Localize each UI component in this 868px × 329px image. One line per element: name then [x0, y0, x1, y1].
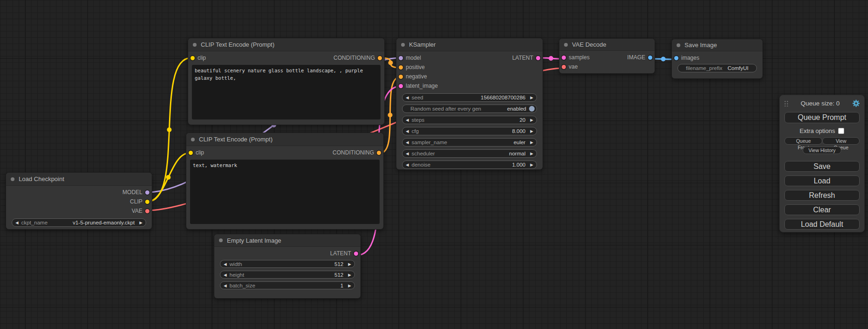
stepper-right-arrow-icon[interactable]: ▶	[348, 262, 351, 266]
view-queue-button[interactable]: View Queue	[822, 137, 860, 145]
node-collapse-dot-icon[interactable]	[193, 43, 197, 47]
node-title-bar[interactable]: Load Checkpoint	[6, 173, 152, 186]
slot-row: VAE	[6, 206, 152, 216]
denoise-number-widget[interactable]: ◀ denoise 1.000 ▶	[402, 161, 537, 169]
node-collapse-dot-icon[interactable]	[564, 43, 568, 47]
node-graph-canvas[interactable]: Load Checkpoint MODEL CLIP VAE ◀ ckpt_na…	[0, 0, 868, 329]
load-button[interactable]: Load	[784, 175, 860, 186]
node-collapse-dot-icon[interactable]	[219, 238, 223, 242]
refresh-button[interactable]: Refresh	[784, 190, 860, 201]
input-slot-negative[interactable]	[399, 75, 403, 79]
ckpt-name-combo[interactable]: ◀ ckpt_name v1-5-pruned-emaonly.ckpt ▶	[12, 218, 146, 227]
link-midpoint-dot[interactable]	[388, 61, 393, 65]
view-history-button[interactable]: View History	[803, 147, 841, 154]
load-default-button[interactable]: Load Default	[784, 219, 860, 230]
link-midpoint-dot[interactable]	[166, 175, 171, 180]
input-slot-model[interactable]	[399, 56, 403, 60]
random-seed-toggle-widget[interactable]: Random seed after every gen enabled	[402, 105, 537, 113]
output-slot-conditioning[interactable]	[377, 151, 381, 155]
node-title: Load Checkpoint	[19, 175, 64, 182]
output-slot-image[interactable]	[648, 56, 652, 60]
node-title-bar[interactable]: KSampler	[396, 38, 543, 51]
node-collapse-dot-icon[interactable]	[11, 177, 14, 181]
stepper-left-arrow-icon[interactable]: ◀	[406, 162, 409, 167]
batch-size-number-widget[interactable]: ◀ batch_size 1 ▶	[220, 281, 355, 289]
input-slot-samples[interactable]	[562, 56, 566, 60]
output-slot-clip[interactable]	[145, 200, 149, 204]
node-clip-text-encode-negative[interactable]: CLIP Text Encode (Prompt) clip CONDITION…	[186, 133, 384, 230]
cfg-number-widget[interactable]: ◀ cfg 8.000 ▶	[402, 127, 537, 135]
node-title-bar[interactable]: CLIP Text Encode (Prompt)	[186, 133, 383, 146]
node-load-checkpoint[interactable]: Load Checkpoint MODEL CLIP VAE ◀ ckpt_na…	[6, 172, 152, 230]
input-slot-positive[interactable]	[399, 65, 403, 70]
node-title-bar[interactable]: Empty Latent Image	[214, 234, 360, 247]
input-label: images	[681, 55, 699, 61]
drag-handle-icon[interactable]	[784, 100, 788, 106]
node-collapse-dot-icon[interactable]	[677, 43, 680, 47]
width-number-widget[interactable]: ◀ width 512 ▶	[220, 260, 355, 268]
node-title-bar[interactable]: Save Image	[672, 39, 762, 51]
filename-prefix-widget[interactable]: filename_prefix ComfyUI	[677, 64, 757, 72]
stepper-left-arrow-icon[interactable]: ◀	[224, 283, 227, 288]
extra-options-checkbox[interactable]	[838, 128, 844, 134]
sampler-name-combo[interactable]: ◀ sampler_name euler ▶	[402, 138, 537, 147]
link-midpoint-dot[interactable]	[661, 57, 666, 62]
output-slot-vae[interactable]	[145, 209, 149, 213]
toggle-knob-icon[interactable]	[529, 106, 535, 112]
stepper-left-arrow-icon[interactable]: ◀	[406, 118, 409, 122]
output-slot-latent[interactable]	[536, 56, 540, 60]
combo-right-arrow-icon[interactable]: ▶	[530, 140, 533, 145]
settings-gear-icon[interactable]	[852, 99, 860, 107]
input-slot-vae[interactable]	[562, 65, 566, 69]
output-slot-latent[interactable]	[354, 252, 358, 256]
link-midpoint-dot[interactable]	[167, 127, 172, 132]
stepper-right-arrow-icon[interactable]: ▶	[530, 95, 533, 100]
prompt-textarea[interactable]: text, watermark	[190, 160, 380, 224]
input-slot-images[interactable]	[674, 56, 678, 60]
stepper-right-arrow-icon[interactable]: ▶	[530, 162, 533, 167]
input-slot-latent-image[interactable]	[399, 84, 403, 88]
combo-right-arrow-icon[interactable]: ▶	[139, 220, 142, 225]
combo-left-arrow-icon[interactable]: ◀	[406, 140, 409, 145]
slot-row: negative	[396, 72, 543, 81]
node-vae-decode[interactable]: VAE Decode samples IMAGE vae	[559, 38, 655, 74]
steps-number-widget[interactable]: ◀ steps 20 ▶	[402, 116, 537, 124]
stepper-right-arrow-icon[interactable]: ▶	[530, 129, 533, 133]
node-title-bar[interactable]: CLIP Text Encode (Prompt)	[188, 38, 384, 51]
scheduler-combo[interactable]: ◀ scheduler normal ▶	[402, 149, 537, 158]
node-clip-text-encode-positive[interactable]: CLIP Text Encode (Prompt) clip CONDITION…	[188, 38, 385, 125]
seed-number-widget[interactable]: ◀ seed 156680208700286 ▶	[402, 93, 537, 102]
node-ksampler[interactable]: KSampler model LATENT positive negative …	[396, 38, 543, 170]
node-title-bar[interactable]: VAE Decode	[559, 39, 655, 51]
slot-row: samples IMAGE	[559, 53, 655, 62]
node-empty-latent-image[interactable]: Empty Latent Image LATENT ◀ width 512 ▶ …	[214, 234, 361, 299]
stepper-left-arrow-icon[interactable]: ◀	[224, 273, 227, 277]
node-collapse-dot-icon[interactable]	[401, 43, 405, 47]
link-midpoint-dot[interactable]	[549, 56, 553, 61]
input-slot-clip[interactable]	[191, 56, 195, 60]
stepper-left-arrow-icon[interactable]: ◀	[406, 95, 409, 100]
height-number-widget[interactable]: ◀ height 512 ▶	[220, 271, 355, 279]
widget-value: 512	[334, 261, 343, 267]
node-title: KSampler	[409, 41, 436, 48]
combo-left-arrow-icon[interactable]: ◀	[15, 220, 19, 225]
queue-prompt-button[interactable]: Queue Prompt	[784, 112, 860, 123]
widget-label: sampler_name	[412, 140, 447, 145]
stepper-right-arrow-icon[interactable]: ▶	[530, 118, 533, 122]
combo-left-arrow-icon[interactable]: ◀	[406, 151, 409, 156]
output-slot-model[interactable]	[145, 190, 149, 195]
prompt-textarea[interactable]: beautiful scenery nature glass bottle la…	[192, 65, 381, 119]
node-collapse-dot-icon[interactable]	[191, 138, 195, 141]
output-slot-conditioning[interactable]	[378, 56, 382, 60]
queue-front-button[interactable]: Queue Front	[784, 137, 822, 145]
stepper-left-arrow-icon[interactable]: ◀	[224, 262, 227, 266]
stepper-right-arrow-icon[interactable]: ▶	[348, 283, 351, 288]
clear-button[interactable]: Clear	[784, 204, 860, 215]
combo-right-arrow-icon[interactable]: ▶	[530, 151, 533, 156]
stepper-left-arrow-icon[interactable]: ◀	[406, 129, 409, 133]
save-button[interactable]: Save	[784, 161, 860, 172]
node-save-image[interactable]: Save Image images filename_prefix ComfyU…	[671, 39, 763, 79]
input-slot-clip[interactable]	[189, 151, 193, 155]
stepper-right-arrow-icon[interactable]: ▶	[348, 273, 351, 277]
link-midpoint-dot[interactable]	[388, 113, 393, 118]
